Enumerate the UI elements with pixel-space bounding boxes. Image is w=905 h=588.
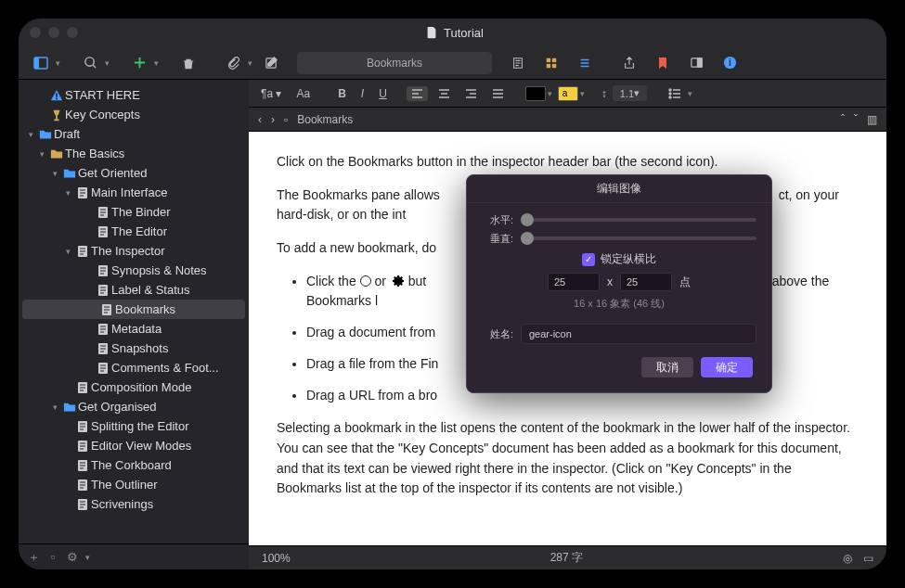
name-label: 姓名: [482, 328, 513, 339]
chevron-down-icon[interactable]: ▾ [248, 58, 252, 68]
underline-button[interactable]: U [374, 85, 392, 102]
info-button[interactable]: i [715, 52, 744, 74]
align-left-button[interactable] [407, 86, 428, 101]
chevron-down-icon[interactable]: ▾ [105, 58, 110, 68]
bold-button[interactable]: B [333, 85, 351, 102]
paragraph-style-button[interactable]: ¶a ▾ [256, 85, 286, 102]
add-button[interactable] [124, 52, 154, 74]
edit-image-dialog: 编辑图像 水平: 垂直: ✓ 锁定纵横比 x 点 16 x 16 象素 (46 … [466, 174, 772, 393]
binder-item[interactable]: ▾Get Organised [19, 397, 249, 416]
inspector-button[interactable] [681, 52, 711, 74]
binder-item-label: The Basics [65, 147, 124, 160]
cancel-button[interactable]: 取消 [641, 357, 693, 377]
chevron-down-icon[interactable]: ▾ [154, 58, 159, 68]
disclosure-icon[interactable]: ▾ [35, 149, 48, 159]
compose-button[interactable] [256, 52, 286, 74]
doc-icon [74, 245, 91, 258]
name-input[interactable] [521, 324, 756, 344]
add-item-button[interactable]: ＋ [28, 549, 40, 566]
binder-item[interactable]: Key Concepts [19, 105, 249, 124]
archive-icon[interactable]: ▫ [51, 550, 56, 564]
nav-down-button[interactable]: ˇ [854, 113, 858, 126]
toolbar-search-field[interactable]: Bookmarks [297, 52, 492, 74]
app-logo-icon [425, 26, 438, 39]
binder-item[interactable]: Editor View Modes [19, 436, 249, 455]
binder-item[interactable]: Scrivenings [19, 494, 249, 514]
align-center-button[interactable] [433, 86, 455, 101]
binder-item[interactable]: The Binder [19, 202, 249, 222]
binder-item[interactable]: Comments & Foot... [19, 358, 249, 377]
text-color-swatch[interactable] [525, 86, 546, 101]
disclosure-icon[interactable]: ▾ [24, 130, 37, 139]
disclosure-icon[interactable]: ▾ [61, 247, 74, 256]
folder-blue-icon [61, 402, 78, 413]
nav-up-button[interactable]: ˆ [841, 113, 845, 126]
align-justify-button[interactable] [487, 86, 509, 101]
binder-item[interactable]: ▾Draft [19, 124, 249, 144]
share-button[interactable] [614, 52, 644, 74]
binder-item[interactable]: ▾The Basics [19, 144, 249, 163]
nav-forward-button[interactable]: › [271, 113, 275, 126]
binder-item[interactable]: Splitting the Editor [19, 416, 249, 436]
bookmark-button[interactable] [648, 52, 678, 74]
doc-icon [95, 284, 111, 297]
binder-item[interactable]: Metadata [19, 319, 249, 339]
svg-rect-14 [56, 97, 58, 99]
binder-item[interactable]: The Outliner [19, 475, 249, 494]
view-mode-button[interactable] [26, 52, 56, 74]
nav-back-button[interactable]: ‹ [258, 113, 262, 126]
binder-item[interactable]: START HERE [19, 85, 249, 105]
doc-view-button[interactable] [503, 52, 533, 74]
document-title: Bookmarks [297, 113, 353, 126]
highlight-swatch[interactable]: a [558, 86, 578, 101]
binder-item-label: Editor View Modes [91, 439, 191, 453]
binder-tree[interactable]: START HEREKey Concepts▾Draft▾The Basics▾… [19, 80, 249, 543]
binder-item[interactable]: Bookmarks [22, 300, 245, 319]
search-button[interactable] [75, 52, 105, 74]
binder-item-label: Get Organised [78, 400, 157, 414]
editor-header: ‹ › ▫ Bookmarks ˆ ˇ ▥ [249, 108, 886, 132]
binder-item[interactable]: Snapshots [19, 339, 249, 358]
doc-icon [74, 381, 91, 394]
close-window[interactable] [30, 27, 41, 38]
horizontal-label: 水平: [482, 214, 513, 225]
align-right-button[interactable] [460, 86, 482, 101]
font-button[interactable]: Aa [291, 85, 315, 102]
disclosure-icon[interactable]: ▾ [48, 403, 61, 412]
chevron-down-icon[interactable]: ▾ [56, 58, 60, 68]
binder-item[interactable]: Synopsis & Notes [19, 261, 249, 280]
height-input[interactable] [620, 273, 672, 291]
outline-button[interactable] [570, 52, 600, 74]
trash-button[interactable] [174, 52, 203, 74]
corkboard-button[interactable] [537, 52, 566, 74]
ok-button[interactable]: 确定 [701, 357, 753, 377]
layout-toggle-button[interactable]: ▥ [867, 113, 877, 126]
binder-item[interactable]: ▾The Inspector [19, 241, 249, 261]
lock-aspect-checkbox[interactable]: ✓ [582, 253, 595, 266]
width-input[interactable] [548, 273, 600, 291]
binder-item-label: Snapshots [111, 341, 168, 355]
target-icon[interactable]: ◎ [843, 552, 852, 565]
binder-item[interactable]: Composition Mode [19, 377, 249, 397]
line-spacing-select[interactable]: 1.1 ▾ [613, 85, 647, 101]
binder-item[interactable]: Label & Status [19, 280, 249, 300]
zoom-level[interactable]: 100% [262, 552, 291, 565]
vertical-slider[interactable] [521, 236, 756, 240]
list-button[interactable] [664, 86, 686, 101]
binder-item[interactable]: ▾Main Interface [19, 183, 249, 202]
compose-mode-icon[interactable]: ▭ [863, 552, 873, 565]
attach-button[interactable] [218, 52, 248, 74]
doc-icon [95, 206, 111, 219]
binder-item[interactable]: The Corkboard [19, 455, 249, 475]
disclosure-icon[interactable]: ▾ [61, 188, 74, 198]
gear-icon[interactable]: ⚙ [67, 550, 78, 564]
binder-item[interactable]: The Editor [19, 222, 249, 241]
binder-item-label: Synopsis & Notes [111, 263, 207, 277]
binder-item[interactable]: ▾Get Oriented [19, 163, 249, 183]
italic-button[interactable]: I [356, 85, 368, 102]
horizontal-slider[interactable] [521, 218, 756, 222]
minimize-window[interactable] [48, 27, 59, 38]
disclosure-icon[interactable]: ▾ [48, 169, 61, 178]
zoom-window[interactable] [67, 27, 78, 38]
binder-sidebar: START HEREKey Concepts▾Draft▾The Basics▾… [19, 80, 249, 569]
